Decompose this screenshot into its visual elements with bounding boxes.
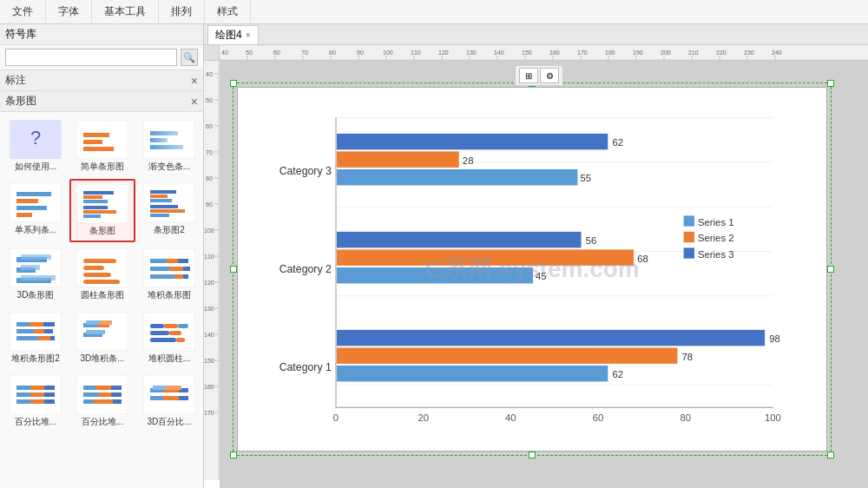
- svg-rect-219: [684, 232, 694, 242]
- svg-text:Category 1: Category 1: [279, 361, 332, 373]
- toolbar-style[interactable]: 样式: [205, 0, 251, 23]
- svg-text:98: 98: [769, 333, 780, 344]
- tiaoxing-label: 条形图: [5, 94, 36, 109]
- chart-label-simple-bar: 简单条形图: [73, 161, 132, 173]
- tab-drawing4[interactable]: 绘图4 ×: [207, 25, 259, 44]
- arrange-menu[interactable]: 排列: [168, 4, 195, 19]
- chart-item-bar-chart2[interactable]: 条形图2: [137, 179, 201, 242]
- biaozhu-close[interactable]: ×: [191, 74, 198, 88]
- svg-rect-55: [16, 329, 34, 333]
- chart-item-stacked-bar[interactable]: 堆积条形图: [137, 244, 201, 306]
- handle-bl[interactable]: [230, 452, 237, 458]
- svg-rect-221: [684, 247, 694, 258]
- svg-rect-81: [30, 392, 44, 397]
- svg-rect-203: [337, 169, 577, 185]
- svg-rect-69: [150, 324, 164, 328]
- svg-rect-42: [150, 259, 166, 263]
- svg-text:100: 100: [204, 228, 214, 234]
- gradient-bar-icon: [143, 120, 195, 159]
- svg-rect-217: [684, 215, 694, 226]
- basic-tools-menu[interactable]: 基本工具: [101, 4, 149, 19]
- handle-mr[interactable]: [827, 266, 834, 273]
- svg-rect-91: [99, 392, 111, 397]
- svg-rect-45: [150, 267, 169, 271]
- svg-text:Category 2: Category 2: [279, 263, 332, 275]
- svg-rect-84: [30, 399, 44, 404]
- chart-item-simple-bar[interactable]: 简单条形图: [69, 115, 135, 177]
- chart-item-help[interactable]: ? 如何使用...: [3, 115, 68, 177]
- svg-text:220: 220: [716, 49, 727, 56]
- style-menu[interactable]: 样式: [214, 4, 241, 19]
- stacked-bar-icon: [143, 248, 195, 287]
- search-button[interactable]: 🔍: [181, 49, 198, 66]
- svg-text:100: 100: [383, 49, 393, 56]
- svg-rect-89: [111, 386, 122, 390]
- svg-text:70: 70: [206, 149, 213, 155]
- svg-rect-56: [34, 329, 44, 333]
- svg-rect-21: [83, 214, 101, 218]
- symbol-library-title-row: 符号库: [5, 27, 36, 42]
- chart-item-bar-chart[interactable]: 条形图: [69, 179, 135, 242]
- svg-rect-27: [150, 209, 185, 213]
- chart-settings-btn[interactable]: ⚙: [540, 68, 559, 83]
- bar3d-icon: [10, 248, 62, 287]
- svg-rect-100: [153, 386, 166, 390]
- svg-rect-33: [21, 265, 40, 270]
- chart-label-stacked-cylinder: 堆积圆柱...: [140, 353, 199, 365]
- chart-label-single-series: 单系列条...: [6, 224, 65, 236]
- file-menu[interactable]: 文件: [9, 4, 36, 19]
- svg-rect-59: [38, 336, 50, 340]
- chart-item-stacked3d[interactable]: 3D堆积条...: [69, 307, 135, 369]
- chart-item-stacked-bar2[interactable]: 堆积条形图2: [3, 307, 68, 369]
- toolbar-arrange[interactable]: 排列: [159, 0, 205, 23]
- svg-rect-53: [30, 322, 43, 326]
- handle-tr[interactable]: [827, 80, 834, 87]
- handle-ml[interactable]: [230, 266, 237, 273]
- canvas-area[interactable]: ⊞ ⚙ G系网 system.com: [220, 61, 868, 488]
- handle-tl[interactable]: [230, 80, 237, 87]
- chart-item-gradient-bar[interactable]: 渐变色条...: [137, 115, 201, 177]
- svg-rect-12: [16, 199, 38, 203]
- chart-table-btn[interactable]: ⊞: [519, 68, 538, 83]
- svg-rect-58: [16, 336, 38, 340]
- font-menu[interactable]: 字体: [55, 4, 82, 19]
- toolbar-basic-tools[interactable]: 基本工具: [92, 0, 159, 23]
- symbol-search-input[interactable]: [5, 49, 177, 66]
- svg-rect-57: [44, 329, 53, 333]
- svg-text:150: 150: [204, 358, 214, 364]
- svg-text:130: 130: [466, 49, 477, 56]
- svg-rect-82: [44, 392, 55, 397]
- chart-container: G系网 system.com: [237, 87, 827, 452]
- svg-rect-103: [163, 396, 179, 400]
- chart-item-single-series[interactable]: 单系列条...: [3, 179, 68, 242]
- toolbar-file[interactable]: 文件: [0, 0, 46, 23]
- svg-rect-26: [150, 205, 178, 208]
- chart-item-bar3d[interactable]: 3D条形图: [3, 244, 68, 306]
- chart-item-percent-3d[interactable]: 3D百分比...: [137, 371, 201, 432]
- top-toolbar: 文件 字体 基本工具 排列 样式: [0, 0, 868, 24]
- chart-item-percent-bar2[interactable]: 百分比堆...: [69, 371, 135, 432]
- svg-rect-38: [83, 266, 104, 270]
- svg-rect-215: [337, 366, 608, 381]
- svg-rect-18: [83, 200, 108, 203]
- search-row: 🔍: [0, 45, 203, 70]
- chart-item-stacked-cylinder[interactable]: 堆积圆柱...: [137, 307, 201, 369]
- svg-rect-83: [16, 399, 30, 404]
- svg-rect-11: [16, 192, 51, 196]
- symbol-library-header: 符号库: [0, 24, 203, 45]
- svg-text:160: 160: [204, 384, 214, 390]
- toolbar-font[interactable]: 字体: [46, 0, 92, 23]
- handle-bm[interactable]: [529, 452, 536, 458]
- svg-rect-74: [150, 338, 176, 342]
- percent-bar-icon: [10, 375, 62, 414]
- tiaoxing-close[interactable]: ×: [191, 95, 198, 109]
- chart-label-bar-chart2: 条形图2: [140, 224, 199, 236]
- tab-close[interactable]: ×: [246, 30, 251, 40]
- svg-rect-13: [16, 206, 47, 210]
- stacked-bar2-icon: [10, 312, 62, 351]
- chart-item-percent-bar[interactable]: 百分比堆...: [3, 371, 68, 432]
- svg-text:90: 90: [206, 201, 213, 208]
- chart-item-cylinder-bar[interactable]: 圆柱条形图: [69, 244, 135, 306]
- handle-br[interactable]: [827, 452, 834, 458]
- svg-rect-47: [183, 267, 190, 271]
